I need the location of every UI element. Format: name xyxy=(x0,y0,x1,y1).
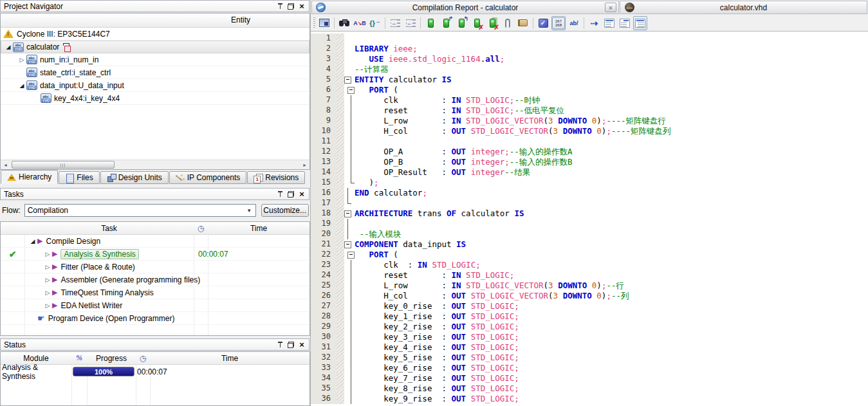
code-line[interactable]: 36 key_9_rise : OUT STD_LOGIC; xyxy=(311,394,868,404)
project-navigator-titlebar[interactable]: Project Navigator × xyxy=(0,0,309,12)
task-row[interactable]: ▷▶TimeQuest Timing Analysis xyxy=(1,286,309,299)
code-line[interactable]: 16END calculator; xyxy=(311,188,868,198)
indent-decrease-icon[interactable] xyxy=(403,16,418,30)
code-line[interactable]: 9 L_row : IN STD_LOGIC_VECTOR(3 DOWNTO 0… xyxy=(311,116,868,126)
find-icon[interactable] xyxy=(337,16,351,30)
editor-window-titlebar[interactable]: calculator.vhd abc xyxy=(620,1,867,14)
code-line[interactable]: 14 OP_Result : OUT integer--结果 xyxy=(311,167,868,178)
float-icon[interactable] xyxy=(287,190,295,198)
code-line[interactable]: 18ARCHITECTURE trans OF calculator IS xyxy=(311,208,868,219)
task-row[interactable]: ✔▷▶Analysis & Synthesis00:00:07 xyxy=(1,248,309,261)
task-row[interactable]: ▷▶Assembler (Generate programming files) xyxy=(1,273,309,286)
code-line[interactable]: 10 H_col : OUT STD_LOGIC_VECTOR(3 DOWNTO… xyxy=(311,126,868,136)
code-line[interactable]: 2LIBRARY ieee; xyxy=(311,44,868,54)
expand-icon[interactable]: ▷ xyxy=(43,302,52,309)
scrollbar-track[interactable] xyxy=(10,160,300,169)
customize-button[interactable]: Customize... xyxy=(261,204,309,217)
close-button[interactable]: × xyxy=(605,3,616,12)
fold-toggle-icon[interactable] xyxy=(344,208,355,219)
fold-toggle-icon[interactable] xyxy=(344,85,355,95)
code-line[interactable]: 22 PORT ( xyxy=(311,250,868,260)
code-line[interactable]: 26 H_col : OUT STD_LOGIC_VECTOR(3 DOWNTO… xyxy=(311,291,868,301)
code-line[interactable]: 34 key_7_rise : OUT STD_LOGIC; xyxy=(311,373,868,383)
flow-select[interactable]: Compilation ▼ xyxy=(24,204,256,217)
find-replace-icon[interactable]: A↘B xyxy=(353,16,367,30)
collapse-icon[interactable]: ◢ xyxy=(28,238,37,245)
scroll-right-icon[interactable]: ▸ xyxy=(300,160,309,169)
code-line[interactable]: 13 OP_B : OUT integer;--输入的操作数B xyxy=(311,157,868,167)
code-line[interactable]: 32 key_5_rise : OUT STD_LOGIC; xyxy=(311,353,868,363)
task-row[interactable]: ▷▶EDA Netlist Writer xyxy=(1,299,309,312)
collapse-icon[interactable]: ◢ xyxy=(4,44,13,50)
bookmark-previous-icon[interactable]: ↰ xyxy=(454,16,468,30)
expand-icon[interactable]: ▷ xyxy=(17,57,26,63)
task-row[interactable]: ◢▶Compile Design xyxy=(1,235,309,248)
toolbar-grip[interactable] xyxy=(313,17,315,29)
tasks-header-row[interactable]: Task ◷ Time xyxy=(1,222,309,235)
tab-ip-components[interactable]: IP Components xyxy=(169,171,247,184)
code-line[interactable]: 21COMPONENT data_input IS xyxy=(311,239,868,250)
pin-icon[interactable] xyxy=(276,341,284,349)
block-style-1-icon[interactable] xyxy=(602,16,616,30)
tasks-titlebar[interactable]: Tasks × xyxy=(0,188,309,200)
code-line[interactable]: 29 key_2_rise : OUT STD_LOGIC; xyxy=(311,322,868,332)
matching-brace-icon[interactable]: {}→ xyxy=(368,16,382,30)
bookmark-next-icon[interactable]: ↱ xyxy=(439,16,453,30)
code-line[interactable]: 30 key_3_rise : OUT STD_LOGIC; xyxy=(311,332,868,342)
code-line[interactable]: 27 key_0_rise : OUT STD_LOGIC; xyxy=(311,301,868,311)
code-line[interactable]: 28 key_1_rise : OUT STD_LOGIC; xyxy=(311,311,868,322)
code-line[interactable]: 5ENTITY calculator IS xyxy=(311,75,868,85)
chevron-down-icon[interactable]: ▼ xyxy=(245,206,254,215)
spell-check-icon[interactable]: ✓ xyxy=(536,16,550,30)
tab-design-units[interactable]: Design Units xyxy=(100,171,169,184)
block-style-3-icon[interactable] xyxy=(633,16,647,30)
expand-icon[interactable]: ▷ xyxy=(43,264,52,270)
close-icon[interactable]: × xyxy=(298,341,306,349)
tree-item[interactable]: abcVHDstate_ctrl:i_state_ctrl xyxy=(1,66,309,79)
line-numbers-icon[interactable]: 267268 xyxy=(551,16,566,30)
fold-toggle-icon[interactable] xyxy=(344,250,355,260)
code-line[interactable]: 35 key_8_rise : OUT STD_LOGIC; xyxy=(311,383,868,394)
pin-icon[interactable] xyxy=(276,3,284,10)
code-line[interactable]: 19 xyxy=(311,219,868,229)
expand-icon[interactable]: ▷ xyxy=(43,277,52,283)
code-line[interactable]: 17 xyxy=(311,198,868,208)
code-line[interactable]: 31 key_4_rise : OUT STD_LOGIC; xyxy=(311,342,868,353)
task-row[interactable]: ▷▶Fitter (Place & Route) xyxy=(1,261,309,273)
code-line[interactable]: 6 PORT ( xyxy=(311,85,868,95)
code-line[interactable]: 4--计算器 xyxy=(311,64,868,75)
report-window-titlebar[interactable]: Compilation Report - calculator × xyxy=(311,1,619,14)
tab-hierarchy[interactable]: Hierarchy xyxy=(1,170,58,184)
code-line[interactable]: 20 --输入模块 xyxy=(311,229,868,239)
code-line[interactable]: 3 USE ieee.std_logic_1164.all; xyxy=(311,54,868,64)
code-line[interactable]: 1 xyxy=(311,33,868,44)
code-line[interactable]: 11 xyxy=(311,136,868,147)
code-line[interactable]: 24 reset : IN STD_LOGIC; xyxy=(311,270,868,281)
scroll-left-icon[interactable]: ◂ xyxy=(1,160,10,169)
block-style-2-icon[interactable] xyxy=(618,16,632,30)
bookmark-toggle-icon[interactable] xyxy=(423,16,438,30)
expand-icon[interactable]: ▷ xyxy=(43,290,52,296)
pin-icon[interactable] xyxy=(276,190,284,198)
tab-files[interactable]: Files xyxy=(59,171,99,184)
code-line[interactable]: 12 OP_A : OUT integer;--输入的操作数A xyxy=(311,147,868,157)
word-wrap-icon[interactable]: ab/ xyxy=(567,16,581,30)
float-icon[interactable] xyxy=(287,341,295,349)
tree-item[interactable]: ◢abcVHDdata_input:U_data_input xyxy=(1,79,309,92)
code-line[interactable]: 23 clk : IN STD_LOGIC; xyxy=(311,260,868,270)
expand-icon[interactable]: ▷ xyxy=(43,251,52,257)
status-row[interactable]: Analysis & Synthesis100%00:00:07 xyxy=(1,365,309,378)
code-line[interactable]: 8 reset : IN STD_LOGIC;--低电平复位 xyxy=(311,106,868,116)
fold-toggle-icon[interactable] xyxy=(344,75,355,85)
h-scrollbar[interactable]: ◂ ▸ xyxy=(1,160,309,169)
scrollbar-thumb[interactable] xyxy=(12,161,115,169)
tree-item[interactable]: ▷abcVHDnum_in:i_num_in xyxy=(1,53,309,66)
fold-toggle-icon[interactable] xyxy=(344,239,355,250)
indent-increase-icon[interactable] xyxy=(388,16,402,30)
macro-icon[interactable] xyxy=(516,16,530,30)
tab-revisions[interactable]: Revisions xyxy=(247,171,305,184)
code-line[interactable]: 25 L_row : IN STD_LOGIC_VECTOR(3 DOWNTO … xyxy=(311,281,868,291)
task-row[interactable]: ☛Program Device (Open Programmer) xyxy=(1,312,309,325)
close-icon[interactable]: × xyxy=(298,3,306,10)
float-icon[interactable] xyxy=(287,3,295,10)
